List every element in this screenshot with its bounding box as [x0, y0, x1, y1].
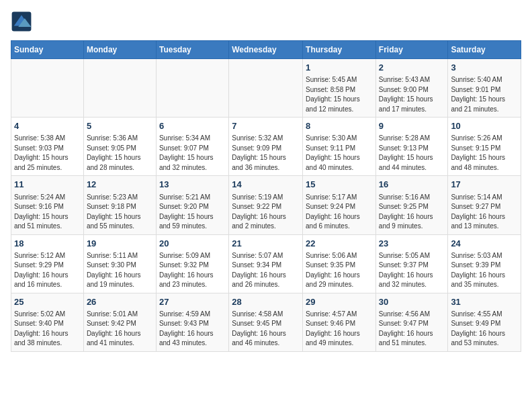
day-number: 17: [451, 179, 518, 191]
calendar-cell: 20Sunrise: 5:09 AM Sunset: 9:32 PM Dayli…: [156, 234, 228, 293]
day-info: Sunrise: 5:24 AM Sunset: 9:16 PM Dayligh…: [14, 193, 81, 232]
day-info: Sunrise: 5:28 AM Sunset: 9:13 PM Dayligh…: [379, 134, 445, 173]
calendar-cell: 2Sunrise: 5:43 AM Sunset: 9:00 PM Daylig…: [375, 59, 448, 118]
day-number: 8: [306, 120, 373, 132]
day-number: 15: [306, 179, 373, 191]
calendar-cell: 30Sunrise: 4:56 AM Sunset: 9:47 PM Dayli…: [375, 293, 448, 351]
calendar-cell: [229, 59, 303, 118]
day-info: Sunrise: 5:19 AM Sunset: 9:22 PM Dayligh…: [232, 193, 300, 232]
calendar-cell: 21Sunrise: 5:07 AM Sunset: 9:34 PM Dayli…: [229, 234, 303, 293]
day-number: 25: [14, 296, 81, 308]
calendar-cell: 18Sunrise: 5:12 AM Sunset: 9:29 PM Dayli…: [11, 234, 84, 293]
day-info: Sunrise: 5:06 AM Sunset: 9:35 PM Dayligh…: [306, 251, 373, 290]
day-number: 18: [14, 238, 81, 250]
page-header: [11, 11, 521, 32]
day-info: Sunrise: 4:56 AM Sunset: 9:47 PM Dayligh…: [379, 310, 445, 349]
calendar-cell: 7Sunrise: 5:32 AM Sunset: 9:09 PM Daylig…: [229, 118, 303, 176]
day-number: 27: [159, 296, 226, 308]
calendar-cell: 6Sunrise: 5:34 AM Sunset: 9:07 PM Daylig…: [156, 118, 228, 176]
day-info: Sunrise: 5:21 AM Sunset: 9:20 PM Dayligh…: [159, 193, 226, 232]
calendar-cell: 17Sunrise: 5:14 AM Sunset: 9:27 PM Dayli…: [448, 176, 521, 234]
day-info: Sunrise: 5:05 AM Sunset: 9:37 PM Dayligh…: [379, 251, 445, 290]
day-number: 28: [232, 296, 300, 308]
day-number: 1: [306, 62, 373, 74]
day-number: 4: [14, 120, 81, 132]
week-row-1: 1Sunrise: 5:45 AM Sunset: 8:58 PM Daylig…: [11, 59, 521, 118]
day-number: 29: [306, 296, 373, 308]
calendar-cell: 8Sunrise: 5:30 AM Sunset: 9:11 PM Daylig…: [303, 118, 376, 176]
day-number: 6: [159, 120, 226, 132]
header-friday: Friday: [375, 41, 448, 59]
calendar-cell: 24Sunrise: 5:03 AM Sunset: 9:39 PM Dayli…: [448, 234, 521, 293]
logo-icon: [11, 11, 32, 32]
day-number: 19: [87, 238, 153, 250]
day-number: 14: [232, 179, 300, 191]
day-info: Sunrise: 4:57 AM Sunset: 9:46 PM Dayligh…: [306, 310, 373, 349]
calendar-cell: 14Sunrise: 5:19 AM Sunset: 9:22 PM Dayli…: [229, 176, 303, 234]
logo: [11, 11, 35, 32]
calendar-cell: 23Sunrise: 5:05 AM Sunset: 9:37 PM Dayli…: [375, 234, 448, 293]
day-info: Sunrise: 5:40 AM Sunset: 9:01 PM Dayligh…: [451, 75, 518, 114]
header-thursday: Thursday: [303, 41, 376, 59]
day-info: Sunrise: 5:07 AM Sunset: 9:34 PM Dayligh…: [232, 251, 300, 290]
day-info: Sunrise: 5:45 AM Sunset: 8:58 PM Dayligh…: [306, 75, 373, 114]
calendar-table: SundayMondayTuesdayWednesdayThursdayFrid…: [11, 40, 521, 352]
calendar-cell: 19Sunrise: 5:11 AM Sunset: 9:30 PM Dayli…: [83, 234, 156, 293]
day-info: Sunrise: 5:32 AM Sunset: 9:09 PM Dayligh…: [232, 134, 300, 173]
day-info: Sunrise: 5:02 AM Sunset: 9:40 PM Dayligh…: [14, 310, 81, 349]
header-sunday: Sunday: [11, 41, 84, 59]
day-number: 2: [379, 62, 445, 74]
day-info: Sunrise: 5:23 AM Sunset: 9:18 PM Dayligh…: [87, 193, 153, 232]
calendar-cell: 3Sunrise: 5:40 AM Sunset: 9:01 PM Daylig…: [448, 59, 521, 118]
day-number: 11: [14, 179, 81, 191]
day-info: Sunrise: 5:03 AM Sunset: 9:39 PM Dayligh…: [451, 251, 518, 290]
day-info: Sunrise: 5:36 AM Sunset: 9:05 PM Dayligh…: [87, 134, 153, 173]
day-number: 26: [87, 296, 153, 308]
day-info: Sunrise: 5:09 AM Sunset: 9:32 PM Dayligh…: [159, 251, 226, 290]
calendar-cell: 31Sunrise: 4:55 AM Sunset: 9:49 PM Dayli…: [448, 293, 521, 351]
calendar-cell: 10Sunrise: 5:26 AM Sunset: 9:15 PM Dayli…: [448, 118, 521, 176]
day-info: Sunrise: 5:12 AM Sunset: 9:29 PM Dayligh…: [14, 251, 81, 290]
week-row-5: 25Sunrise: 5:02 AM Sunset: 9:40 PM Dayli…: [11, 293, 521, 351]
calendar-cell: 25Sunrise: 5:02 AM Sunset: 9:40 PM Dayli…: [11, 293, 84, 351]
calendar-cell: 4Sunrise: 5:38 AM Sunset: 9:03 PM Daylig…: [11, 118, 84, 176]
day-number: 20: [159, 238, 226, 250]
week-row-4: 18Sunrise: 5:12 AM Sunset: 9:29 PM Dayli…: [11, 234, 521, 293]
day-number: 13: [159, 179, 226, 191]
day-info: Sunrise: 5:01 AM Sunset: 9:42 PM Dayligh…: [87, 310, 153, 349]
calendar-cell: 29Sunrise: 4:57 AM Sunset: 9:46 PM Dayli…: [303, 293, 376, 351]
day-info: Sunrise: 5:34 AM Sunset: 9:07 PM Dayligh…: [159, 134, 226, 173]
day-info: Sunrise: 5:26 AM Sunset: 9:15 PM Dayligh…: [451, 134, 518, 173]
day-info: Sunrise: 5:43 AM Sunset: 9:00 PM Dayligh…: [379, 75, 445, 114]
day-info: Sunrise: 5:11 AM Sunset: 9:30 PM Dayligh…: [87, 251, 153, 290]
calendar-cell: [83, 59, 156, 118]
day-number: 3: [451, 62, 518, 74]
header-wednesday: Wednesday: [229, 41, 303, 59]
calendar-header-row: SundayMondayTuesdayWednesdayThursdayFrid…: [11, 41, 521, 59]
day-info: Sunrise: 5:30 AM Sunset: 9:11 PM Dayligh…: [306, 134, 373, 173]
calendar-cell: 11Sunrise: 5:24 AM Sunset: 9:16 PM Dayli…: [11, 176, 84, 234]
day-number: 23: [379, 238, 445, 250]
calendar-cell: 12Sunrise: 5:23 AM Sunset: 9:18 PM Dayli…: [83, 176, 156, 234]
day-info: Sunrise: 5:38 AM Sunset: 9:03 PM Dayligh…: [14, 134, 81, 173]
day-number: 12: [87, 179, 153, 191]
day-number: 24: [451, 238, 518, 250]
calendar-cell: 5Sunrise: 5:36 AM Sunset: 9:05 PM Daylig…: [83, 118, 156, 176]
week-row-2: 4Sunrise: 5:38 AM Sunset: 9:03 PM Daylig…: [11, 118, 521, 176]
calendar-cell: 1Sunrise: 5:45 AM Sunset: 8:58 PM Daylig…: [303, 59, 376, 118]
header-monday: Monday: [83, 41, 156, 59]
day-number: 9: [379, 120, 445, 132]
calendar-cell: 15Sunrise: 5:17 AM Sunset: 9:24 PM Dayli…: [303, 176, 376, 234]
calendar-cell: 16Sunrise: 5:16 AM Sunset: 9:25 PM Dayli…: [375, 176, 448, 234]
day-info: Sunrise: 4:58 AM Sunset: 9:45 PM Dayligh…: [232, 310, 300, 349]
calendar-cell: 9Sunrise: 5:28 AM Sunset: 9:13 PM Daylig…: [375, 118, 448, 176]
calendar-cell: 28Sunrise: 4:58 AM Sunset: 9:45 PM Dayli…: [229, 293, 303, 351]
calendar-cell: 26Sunrise: 5:01 AM Sunset: 9:42 PM Dayli…: [83, 293, 156, 351]
day-info: Sunrise: 4:59 AM Sunset: 9:43 PM Dayligh…: [159, 310, 226, 349]
day-number: 21: [232, 238, 300, 250]
day-number: 31: [451, 296, 518, 308]
day-info: Sunrise: 4:55 AM Sunset: 9:49 PM Dayligh…: [451, 310, 518, 349]
day-number: 22: [306, 238, 373, 250]
day-number: 30: [379, 296, 445, 308]
calendar-cell: 27Sunrise: 4:59 AM Sunset: 9:43 PM Dayli…: [156, 293, 228, 351]
